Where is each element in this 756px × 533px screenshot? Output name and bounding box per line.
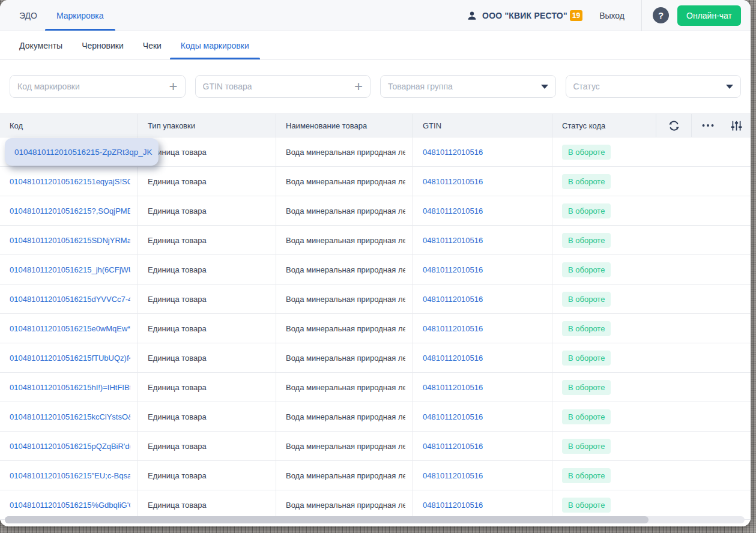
table-row[interactable]: 0104810112010516215kcCiYstsO&Gk Единица … [0,402,751,432]
product-name: Вода минеральная природная леч… [286,412,405,421]
status-select: Статус [573,82,727,91]
gtin-link[interactable]: 04810112010516 [423,148,483,157]
table-row[interactable]: 0104810112010516215hI!)=IHtFIBt Единица … [0,373,751,402]
status-badge: В обороте [562,145,611,160]
table-header: Код Тип упаковки Наименование товара GTI… [0,113,751,137]
gtin-link[interactable]: 04810112010516 [423,295,483,304]
gtin-input[interactable] [203,82,354,91]
divider [641,0,642,31]
packaging-type: Единица товара [148,236,207,245]
header-code-status: Статус кода [552,114,656,137]
product-name: Вода минеральная природная леч… [286,148,405,157]
app-window: ЭДО Маркировка ООО "КВИК РЕСТО" 19 Выход… [0,0,751,526]
product-name: Вода минеральная природная леч… [286,265,405,274]
table-row[interactable]: 0104810112010516215_jh(6CFjWU+x Единица … [0,255,751,285]
gtin-link[interactable]: 04810112010516 [423,501,483,510]
code-link[interactable]: 0104810112010516215SDNjYRMaY… [10,236,130,245]
product-name: Вода минеральная природная леч… [286,471,405,480]
table-body: 0104810112010516215-ZpZRt3qp_JK Единица … [0,137,751,520]
status-badge: В обороте [562,468,611,483]
caret-down-icon[interactable] [541,85,548,89]
status-badge: В обороте [562,203,611,218]
gtin-link[interactable]: 04810112010516 [423,383,483,392]
packaging-type: Единица товара [148,383,207,392]
code-link[interactable]: 0104810112010516215fTUbUQz)f<8u [10,354,130,363]
table-row[interactable]: 0104810112010516215fTUbUQz)f<8u Единица … [0,343,751,373]
product-name: Вода минеральная природная леч… [286,177,405,186]
packaging-type: Единица товара [148,412,207,421]
caret-down-icon[interactable] [726,85,733,89]
product-group-select: Товарная группа [388,82,541,91]
product-name: Вода минеральная природная леч… [286,354,405,363]
code-link[interactable]: 0104810112010516215kcCiYstsO&Gk [10,412,130,421]
status-badge: В обороте [562,409,611,424]
table-row[interactable]: 0104810112010516215pQZqBiR'dg=8 Единица … [0,432,751,461]
status-badge: В обороте [562,321,611,336]
table-row[interactable]: 0104810112010516215%GdbqliG'OPr Единица … [0,490,751,520]
header-product-name: Наименование товара [276,114,413,137]
online-chat-button[interactable]: Онлайн-чат [677,5,741,26]
gtin-link[interactable]: 04810112010516 [423,471,483,480]
packaging-type: Единица товара [148,442,207,451]
gtin-link[interactable]: 04810112010516 [423,236,483,245]
horizontal-scrollbar-track[interactable] [5,516,745,523]
status-badge: В обороте [562,292,611,307]
code-link[interactable]: 0104810112010516215"EU;c-BqsaXw [10,471,130,480]
filters-bar: + + Товарная группа Статус [0,60,751,98]
table-row[interactable]: 0104810112010516215e0wMqEw*k,'s Единица … [0,314,751,343]
tune-icon[interactable] [723,114,749,137]
code-link[interactable]: 0104810112010516215hI!)=IHtFIBt [10,383,130,392]
help-icon[interactable]: ? [653,7,669,23]
top-nav: ЭДО Маркировка [18,0,122,31]
code-link[interactable]: 0104810112010516215_jh(6CFjWU+x [10,265,130,274]
org-account[interactable]: ООО "КВИК РЕСТО" 19 [467,10,582,21]
status-badge: В обороте [562,439,611,454]
org-name: ООО "КВИК РЕСТО" [482,11,567,20]
table-row[interactable]: 0104810112010516215dYVVCc7-48… Единица т… [0,285,751,314]
top-nav-markirovka[interactable]: Маркировка [55,0,105,31]
table-row[interactable]: 0104810112010516215SDNjYRMaY… Единица то… [0,226,751,255]
product-name: Вода минеральная природная леч… [286,236,405,245]
code-link[interactable]: 01048101120105162151eqyajS!SG3K [10,177,130,186]
refresh-icon[interactable] [656,114,692,137]
gtin-link[interactable]: 04810112010516 [423,177,483,186]
horizontal-scrollbar-thumb[interactable] [5,516,649,523]
table-row[interactable]: 0104810112010516215"EU;c-BqsaXw Единица … [0,461,751,490]
status-badge: В обороте [562,351,611,366]
gtin-link[interactable]: 04810112010516 [423,324,483,333]
marking-code-input[interactable] [17,82,169,91]
filter-gtin[interactable]: + [195,75,371,98]
packaging-type: Единица товара [148,471,207,480]
gtin-link[interactable]: 04810112010516 [423,412,483,421]
filter-marking-code[interactable]: + [10,75,186,98]
code-link[interactable]: 0104810112010516215?,SOqjPMBC… [10,206,130,215]
code-link[interactable]: 0104810112010516215pQZqBiR'dg=8 [10,442,130,451]
tab-marking-codes[interactable]: Коды маркировки [180,31,250,59]
filter-status[interactable]: Статус [566,75,742,98]
top-nav-edo[interactable]: ЭДО [18,0,38,31]
ellipsis-icon[interactable] [693,114,723,137]
tab-receipts[interactable]: Чеки [142,31,163,59]
table-row[interactable]: 0104810112010516215?,SOqjPMBC… Единица т… [0,196,751,226]
product-name: Вода минеральная природная леч… [286,295,405,304]
code-link[interactable]: 0104810112010516215%GdbqliG'OPr [10,501,130,510]
tab-drafts[interactable]: Черновики [80,31,125,59]
logout-link[interactable]: Выход [599,11,624,20]
code-tooltip[interactable]: 0104810112010516215-ZpZRt3qp_JK [5,138,159,166]
product-name: Вода минеральная природная леч… [286,442,405,451]
gtin-link[interactable]: 04810112010516 [423,442,483,451]
gtin-link[interactable]: 04810112010516 [423,354,483,363]
gtin-link[interactable]: 04810112010516 [423,206,483,215]
gtin-link[interactable]: 04810112010516 [423,265,483,274]
status-badge: В обороте [562,380,611,395]
code-link[interactable]: 0104810112010516215e0wMqEw*k,'s [10,324,130,333]
filter-product-group[interactable]: Товарная группа [380,75,556,98]
tab-documents[interactable]: Документы [18,31,64,59]
plus-icon[interactable]: + [169,80,177,92]
packaging-type: Единица товара [148,206,207,215]
packaging-type: Единица товара [148,177,207,186]
plus-icon[interactable]: + [354,80,363,92]
packaging-type: Единица товара [148,501,207,510]
table-row[interactable]: 01048101120105162151eqyajS!SG3K Единица … [0,167,751,196]
code-link[interactable]: 0104810112010516215dYVVCc7-48… [10,295,130,304]
